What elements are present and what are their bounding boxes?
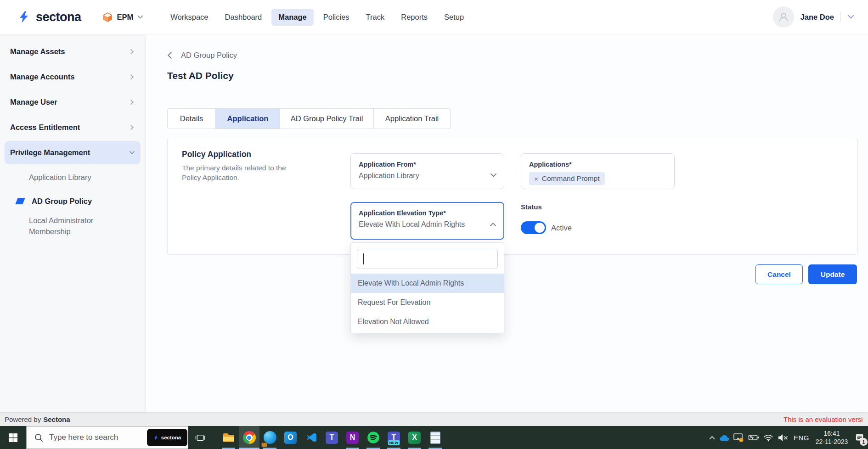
- epm-cube-icon: [102, 11, 113, 23]
- option-elevation-not-allowed[interactable]: Elevation Not Allowed: [351, 312, 504, 331]
- cancel-button[interactable]: Cancel: [755, 264, 803, 284]
- application-elevation-type-select[interactable]: Application Elevation Type* Elevate With…: [350, 202, 504, 240]
- nav-item-reports[interactable]: Reports: [394, 9, 434, 26]
- chevron-right-icon: [129, 99, 135, 105]
- sidebar-item-local-administrator-membership[interactable]: Local Administrator Membership: [0, 213, 145, 240]
- taskbar-app-teams[interactable]: T: [321, 426, 342, 449]
- task-view-button[interactable]: [189, 426, 211, 449]
- applications-multiselect[interactable]: Applications* × Command Prompt: [521, 153, 675, 189]
- product-switcher[interactable]: EPM: [102, 11, 144, 23]
- option-elevate-with-local-admin-rights[interactable]: Elevate With Local Admin Rights: [351, 274, 504, 293]
- wifi-icon: [763, 433, 773, 442]
- brand-logo[interactable]: sectona: [17, 10, 81, 24]
- windows-logo-icon: [8, 433, 18, 443]
- sidebar-item-label: Manage Assets: [10, 47, 65, 56]
- onedrive-cloud-icon: [719, 434, 730, 442]
- field-label: Application Elevation Type*: [359, 209, 496, 217]
- product-label: EPM: [117, 13, 134, 22]
- taskbar-app-spotify[interactable]: [363, 426, 383, 449]
- action-center-button[interactable]: 1: [851, 426, 868, 449]
- status-row: Active: [521, 221, 572, 234]
- sidebar-item-access-entitlement[interactable]: Access Entitlement: [0, 115, 145, 140]
- tab-details[interactable]: Details: [168, 109, 216, 129]
- spotify-icon: [367, 431, 380, 444]
- option-request-for-elevation[interactable]: Request For Elevation: [351, 293, 504, 312]
- field-label: Application From*: [359, 161, 496, 168]
- main-content: AD Group Policy Test AD Policy Details A…: [146, 34, 868, 412]
- sidebar-item-label: Local Administrator Membership: [29, 215, 101, 237]
- language-indicator[interactable]: ENG: [791, 426, 812, 449]
- taskbar-app-notepad[interactable]: [425, 426, 445, 449]
- section-title: Policy Application: [182, 150, 251, 159]
- taskbar-app-file-explorer[interactable]: [218, 426, 239, 449]
- speaker-muted-icon: [778, 434, 789, 442]
- nav-item-manage[interactable]: Manage: [271, 9, 313, 26]
- taskbar-app-outlook[interactable]: O: [280, 426, 301, 449]
- remove-chip-icon[interactable]: ×: [534, 175, 538, 183]
- section-description: The primary details related to the Polic…: [182, 163, 299, 183]
- application-from-select[interactable]: Application From* Application Library: [350, 153, 504, 189]
- taskbar-app-teams-new[interactable]: T NEW: [383, 426, 404, 449]
- sidebar-item-ad-group-policy[interactable]: AD Group Policy: [0, 189, 145, 213]
- selected-application-chip: × Command Prompt: [529, 172, 605, 185]
- taskbar-app-excel[interactable]: X: [404, 426, 425, 449]
- taskbar-app-chrome[interactable]: [239, 426, 259, 449]
- taskbar-sectona-button[interactable]: sectona: [147, 429, 187, 446]
- nav-item-dashboard[interactable]: Dashboard: [218, 9, 269, 26]
- cast-icon: [733, 432, 744, 443]
- sectona-bolt-icon: [17, 10, 30, 24]
- taskbar-sectona-label: sectona: [161, 435, 181, 440]
- dropdown-search-input[interactable]: [357, 249, 498, 269]
- chevron-down-icon[interactable]: [847, 15, 854, 19]
- tab-application[interactable]: Application: [216, 109, 280, 129]
- taskbar-app-vscode[interactable]: [301, 426, 321, 449]
- vscode-icon: [305, 432, 317, 443]
- search-input[interactable]: [49, 433, 130, 442]
- nav-item-policies[interactable]: Policies: [316, 9, 356, 26]
- nav-item-workspace[interactable]: Workspace: [163, 9, 215, 26]
- battery-tray-button[interactable]: [746, 426, 761, 449]
- tab-ad-group-policy-trail[interactable]: AD Group Policy Trail: [280, 109, 374, 129]
- chevron-down-icon: [490, 173, 497, 178]
- onenote-icon: N: [346, 432, 359, 444]
- tab-application-trail[interactable]: Application Trail: [374, 109, 450, 129]
- breadcrumb-label[interactable]: AD Group Policy: [181, 51, 237, 60]
- status-label: Status: [521, 203, 542, 211]
- start-button[interactable]: [0, 426, 26, 449]
- taskbar-app-edge[interactable]: [259, 426, 280, 449]
- update-button[interactable]: Update: [808, 264, 857, 284]
- status-toggle[interactable]: [521, 221, 546, 234]
- powered-by-text: Powered by: [5, 415, 41, 423]
- breadcrumb[interactable]: AD Group Policy: [167, 51, 237, 60]
- field-value: Application Library: [359, 172, 496, 180]
- date: 22-11-2023: [816, 438, 848, 446]
- wireless-display-tray-button[interactable]: [731, 426, 746, 449]
- sidebar-item-label: Manage User: [10, 98, 57, 107]
- top-navbar: sectona EPM Workspace Dashboard Manage P…: [0, 0, 868, 34]
- system-tray: ENG 16:41 22-11-2023 1: [706, 426, 868, 449]
- wifi-tray-button[interactable]: [761, 426, 775, 449]
- tray-expand-button[interactable]: [706, 426, 717, 449]
- sidebar-item-privilege-management[interactable]: Privilege Management: [5, 141, 141, 164]
- clock[interactable]: 16:41 22-11-2023: [812, 426, 851, 449]
- sidebar-item-manage-assets[interactable]: Manage Assets: [0, 39, 145, 64]
- sidebar: Manage Assets Manage Accounts Manage Use…: [0, 34, 146, 412]
- back-chevron-icon[interactable]: [167, 51, 172, 59]
- sidebar-item-application-library[interactable]: Application Library: [0, 165, 145, 189]
- person-icon: [777, 11, 790, 23]
- chevron-up-icon: [490, 222, 496, 227]
- nav-item-track[interactable]: Track: [359, 9, 392, 26]
- onedrive-tray-button[interactable]: [717, 426, 731, 449]
- sidebar-item-label: Privilege Management: [10, 148, 90, 157]
- sidebar-item-manage-accounts[interactable]: Manage Accounts: [0, 64, 145, 90]
- volume-muted-tray-button[interactable]: [775, 426, 791, 449]
- sidebar-item-manage-user[interactable]: Manage User: [0, 90, 145, 115]
- elevation-type-dropdown: Elevate With Local Admin Rights Request …: [350, 242, 504, 333]
- sidebar-item-label: Manage Accounts: [10, 73, 75, 81]
- taskbar-app-onenote[interactable]: N: [342, 426, 363, 449]
- taskbar-apps: O T N: [218, 426, 445, 449]
- sidebar-item-label: Application Library: [29, 173, 91, 182]
- nav-item-setup[interactable]: Setup: [437, 9, 471, 26]
- field-label: Applications*: [529, 161, 666, 168]
- user-menu[interactable]: Jane Doe: [773, 6, 854, 28]
